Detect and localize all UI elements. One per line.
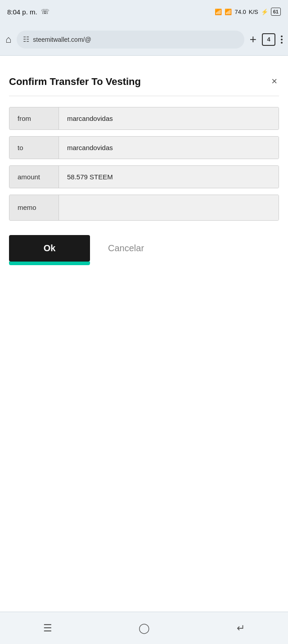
close-button[interactable]: × (270, 76, 279, 87)
amount-value: 58.579 STEEM (59, 166, 279, 188)
wifi-icon: 📶 (215, 9, 222, 15)
from-field-row: from marcandovidas (9, 107, 279, 130)
memo-field-row: memo (9, 195, 279, 221)
battery-indicator: 61 (271, 8, 281, 16)
browser-menu-icon[interactable] (281, 36, 283, 44)
button-row: Ok Cancelar (9, 235, 279, 262)
ok-button[interactable]: Ok (9, 235, 90, 262)
confirm-transfer-dialog: Confirm Transfer To Vesting × from marca… (9, 67, 279, 262)
from-label: from (9, 107, 59, 129)
browser-bar: ⌂ ☷ steemitwallet.com/@ + 4 (0, 23, 288, 56)
site-icon: ☷ (23, 35, 29, 44)
status-time: 8:04 p. m. ☏ (7, 8, 50, 16)
memo-label: memo (9, 195, 59, 220)
menu-icon[interactable]: ☰ (43, 622, 52, 634)
url-text: steemitwallet.com/@ (33, 36, 91, 43)
dialog-title: Confirm Transfer To Vesting (9, 76, 141, 89)
back-icon[interactable]: ↵ (237, 622, 245, 634)
to-value: marcandovidas (59, 137, 279, 159)
status-icons: 📶 📶 74.0 K/S ⚡ 61 (215, 8, 281, 16)
bottom-nav: ☰ ◯ ↵ (0, 612, 288, 644)
time-display: 8:04 p. m. (7, 8, 37, 16)
status-bar: 8:04 p. m. ☏ 📶 📶 74.0 K/S ⚡ 61 (0, 0, 288, 23)
home-nav-icon[interactable]: ◯ (139, 622, 150, 634)
from-value: marcandovidas (59, 107, 279, 129)
memo-value[interactable] (59, 195, 279, 220)
tabs-count[interactable]: 4 (262, 33, 275, 46)
home-icon[interactable]: ⌂ (5, 34, 11, 45)
dialog-header: Confirm Transfer To Vesting × (9, 67, 279, 96)
network-speed: 74.0 (234, 9, 246, 15)
amount-label: amount (9, 166, 59, 188)
amount-field-row: amount 58.579 STEEM (9, 165, 279, 188)
to-field-row: to marcandovidas (9, 136, 279, 159)
to-label: to (9, 137, 59, 159)
url-bar[interactable]: ☷ steemitwallet.com/@ (17, 31, 244, 49)
messenger-icon: ☏ (41, 8, 50, 16)
add-tab-icon[interactable]: + (250, 32, 256, 46)
bolt-icon: ⚡ (261, 9, 268, 15)
signal-icon: 📶 (225, 9, 232, 15)
cancel-button[interactable]: Cancelar (99, 235, 153, 262)
speed-unit: K/S (249, 9, 258, 15)
page-content: Confirm Transfer To Vesting × from marca… (0, 56, 288, 612)
